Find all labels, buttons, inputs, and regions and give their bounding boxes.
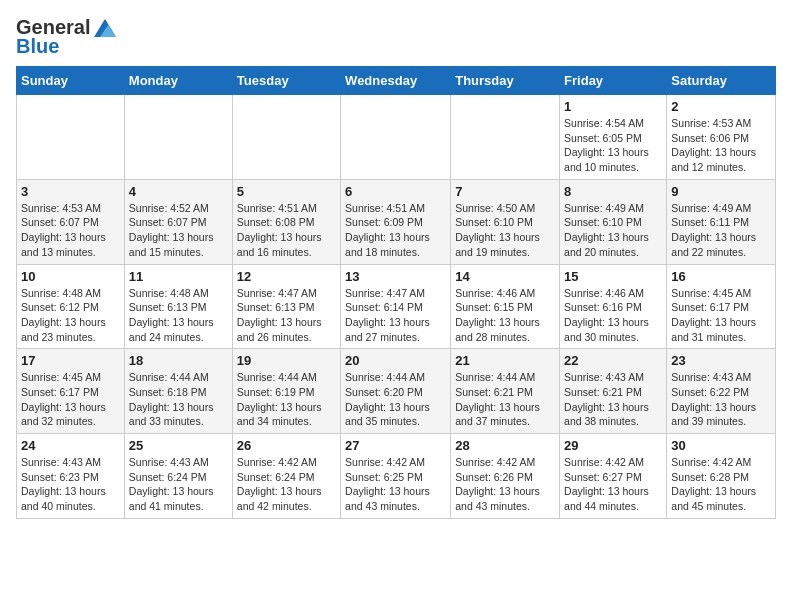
day-number: 25: [129, 438, 228, 453]
day-info: Sunrise: 4:44 AM Sunset: 6:21 PM Dayligh…: [455, 370, 555, 429]
calendar-cell: [451, 95, 560, 180]
calendar-table: SundayMondayTuesdayWednesdayThursdayFrid…: [16, 66, 776, 519]
day-info: Sunrise: 4:48 AM Sunset: 6:13 PM Dayligh…: [129, 286, 228, 345]
day-number: 24: [21, 438, 120, 453]
calendar-cell: 10Sunrise: 4:48 AM Sunset: 6:12 PM Dayli…: [17, 264, 125, 349]
day-number: 22: [564, 353, 662, 368]
day-info: Sunrise: 4:51 AM Sunset: 6:08 PM Dayligh…: [237, 201, 336, 260]
calendar-cell: 25Sunrise: 4:43 AM Sunset: 6:24 PM Dayli…: [124, 434, 232, 519]
day-number: 3: [21, 184, 120, 199]
day-number: 21: [455, 353, 555, 368]
day-info: Sunrise: 4:42 AM Sunset: 6:26 PM Dayligh…: [455, 455, 555, 514]
day-info: Sunrise: 4:49 AM Sunset: 6:11 PM Dayligh…: [671, 201, 771, 260]
weekday-header-wednesday: Wednesday: [341, 67, 451, 95]
day-number: 20: [345, 353, 446, 368]
day-info: Sunrise: 4:44 AM Sunset: 6:20 PM Dayligh…: [345, 370, 446, 429]
day-info: Sunrise: 4:43 AM Sunset: 6:23 PM Dayligh…: [21, 455, 120, 514]
day-info: Sunrise: 4:42 AM Sunset: 6:28 PM Dayligh…: [671, 455, 771, 514]
day-info: Sunrise: 4:47 AM Sunset: 6:13 PM Dayligh…: [237, 286, 336, 345]
day-number: 7: [455, 184, 555, 199]
calendar-cell: 14Sunrise: 4:46 AM Sunset: 6:15 PM Dayli…: [451, 264, 560, 349]
day-info: Sunrise: 4:43 AM Sunset: 6:24 PM Dayligh…: [129, 455, 228, 514]
calendar-cell: 21Sunrise: 4:44 AM Sunset: 6:21 PM Dayli…: [451, 349, 560, 434]
day-number: 26: [237, 438, 336, 453]
weekday-header-saturday: Saturday: [667, 67, 776, 95]
calendar-cell: [17, 95, 125, 180]
day-number: 23: [671, 353, 771, 368]
calendar-cell: 23Sunrise: 4:43 AM Sunset: 6:22 PM Dayli…: [667, 349, 776, 434]
day-info: Sunrise: 4:47 AM Sunset: 6:14 PM Dayligh…: [345, 286, 446, 345]
day-number: 15: [564, 269, 662, 284]
calendar-cell: 5Sunrise: 4:51 AM Sunset: 6:08 PM Daylig…: [232, 179, 340, 264]
weekday-header-sunday: Sunday: [17, 67, 125, 95]
calendar-cell: 7Sunrise: 4:50 AM Sunset: 6:10 PM Daylig…: [451, 179, 560, 264]
calendar-cell: 24Sunrise: 4:43 AM Sunset: 6:23 PM Dayli…: [17, 434, 125, 519]
weekday-header-tuesday: Tuesday: [232, 67, 340, 95]
calendar-cell: 30Sunrise: 4:42 AM Sunset: 6:28 PM Dayli…: [667, 434, 776, 519]
day-info: Sunrise: 4:54 AM Sunset: 6:05 PM Dayligh…: [564, 116, 662, 175]
calendar-cell: [232, 95, 340, 180]
day-number: 30: [671, 438, 771, 453]
calendar-cell: 28Sunrise: 4:42 AM Sunset: 6:26 PM Dayli…: [451, 434, 560, 519]
calendar-cell: [124, 95, 232, 180]
day-number: 19: [237, 353, 336, 368]
day-info: Sunrise: 4:45 AM Sunset: 6:17 PM Dayligh…: [21, 370, 120, 429]
day-info: Sunrise: 4:46 AM Sunset: 6:16 PM Dayligh…: [564, 286, 662, 345]
day-info: Sunrise: 4:50 AM Sunset: 6:10 PM Dayligh…: [455, 201, 555, 260]
day-number: 18: [129, 353, 228, 368]
calendar-week-row: 10Sunrise: 4:48 AM Sunset: 6:12 PM Dayli…: [17, 264, 776, 349]
day-number: 8: [564, 184, 662, 199]
day-number: 27: [345, 438, 446, 453]
calendar-cell: 15Sunrise: 4:46 AM Sunset: 6:16 PM Dayli…: [560, 264, 667, 349]
weekday-header-monday: Monday: [124, 67, 232, 95]
calendar-cell: 18Sunrise: 4:44 AM Sunset: 6:18 PM Dayli…: [124, 349, 232, 434]
day-number: 9: [671, 184, 771, 199]
calendar-cell: 4Sunrise: 4:52 AM Sunset: 6:07 PM Daylig…: [124, 179, 232, 264]
weekday-header-thursday: Thursday: [451, 67, 560, 95]
calendar-week-row: 1Sunrise: 4:54 AM Sunset: 6:05 PM Daylig…: [17, 95, 776, 180]
calendar-cell: 1Sunrise: 4:54 AM Sunset: 6:05 PM Daylig…: [560, 95, 667, 180]
page-header: General Blue: [16, 16, 776, 58]
calendar-cell: 17Sunrise: 4:45 AM Sunset: 6:17 PM Dayli…: [17, 349, 125, 434]
day-info: Sunrise: 4:42 AM Sunset: 6:24 PM Dayligh…: [237, 455, 336, 514]
day-number: 5: [237, 184, 336, 199]
calendar-cell: 19Sunrise: 4:44 AM Sunset: 6:19 PM Dayli…: [232, 349, 340, 434]
calendar-week-row: 24Sunrise: 4:43 AM Sunset: 6:23 PM Dayli…: [17, 434, 776, 519]
day-number: 2: [671, 99, 771, 114]
day-info: Sunrise: 4:45 AM Sunset: 6:17 PM Dayligh…: [671, 286, 771, 345]
day-number: 11: [129, 269, 228, 284]
day-number: 6: [345, 184, 446, 199]
day-info: Sunrise: 4:53 AM Sunset: 6:07 PM Dayligh…: [21, 201, 120, 260]
day-number: 17: [21, 353, 120, 368]
calendar-cell: 29Sunrise: 4:42 AM Sunset: 6:27 PM Dayli…: [560, 434, 667, 519]
day-number: 4: [129, 184, 228, 199]
day-info: Sunrise: 4:49 AM Sunset: 6:10 PM Dayligh…: [564, 201, 662, 260]
day-number: 28: [455, 438, 555, 453]
calendar-cell: 2Sunrise: 4:53 AM Sunset: 6:06 PM Daylig…: [667, 95, 776, 180]
day-info: Sunrise: 4:42 AM Sunset: 6:27 PM Dayligh…: [564, 455, 662, 514]
calendar-cell: [341, 95, 451, 180]
logo-icon: [94, 19, 116, 37]
calendar-cell: 9Sunrise: 4:49 AM Sunset: 6:11 PM Daylig…: [667, 179, 776, 264]
day-info: Sunrise: 4:51 AM Sunset: 6:09 PM Dayligh…: [345, 201, 446, 260]
day-number: 10: [21, 269, 120, 284]
day-info: Sunrise: 4:43 AM Sunset: 6:22 PM Dayligh…: [671, 370, 771, 429]
calendar-cell: 13Sunrise: 4:47 AM Sunset: 6:14 PM Dayli…: [341, 264, 451, 349]
calendar-cell: 8Sunrise: 4:49 AM Sunset: 6:10 PM Daylig…: [560, 179, 667, 264]
day-info: Sunrise: 4:46 AM Sunset: 6:15 PM Dayligh…: [455, 286, 555, 345]
calendar-cell: 6Sunrise: 4:51 AM Sunset: 6:09 PM Daylig…: [341, 179, 451, 264]
logo-blue-text: Blue: [16, 35, 59, 58]
day-number: 13: [345, 269, 446, 284]
day-number: 12: [237, 269, 336, 284]
day-number: 29: [564, 438, 662, 453]
calendar-header-row: SundayMondayTuesdayWednesdayThursdayFrid…: [17, 67, 776, 95]
calendar-cell: 12Sunrise: 4:47 AM Sunset: 6:13 PM Dayli…: [232, 264, 340, 349]
day-info: Sunrise: 4:43 AM Sunset: 6:21 PM Dayligh…: [564, 370, 662, 429]
calendar-cell: 22Sunrise: 4:43 AM Sunset: 6:21 PM Dayli…: [560, 349, 667, 434]
day-info: Sunrise: 4:48 AM Sunset: 6:12 PM Dayligh…: [21, 286, 120, 345]
calendar-cell: 11Sunrise: 4:48 AM Sunset: 6:13 PM Dayli…: [124, 264, 232, 349]
day-number: 16: [671, 269, 771, 284]
day-info: Sunrise: 4:53 AM Sunset: 6:06 PM Dayligh…: [671, 116, 771, 175]
day-number: 1: [564, 99, 662, 114]
logo: General Blue: [16, 16, 116, 58]
